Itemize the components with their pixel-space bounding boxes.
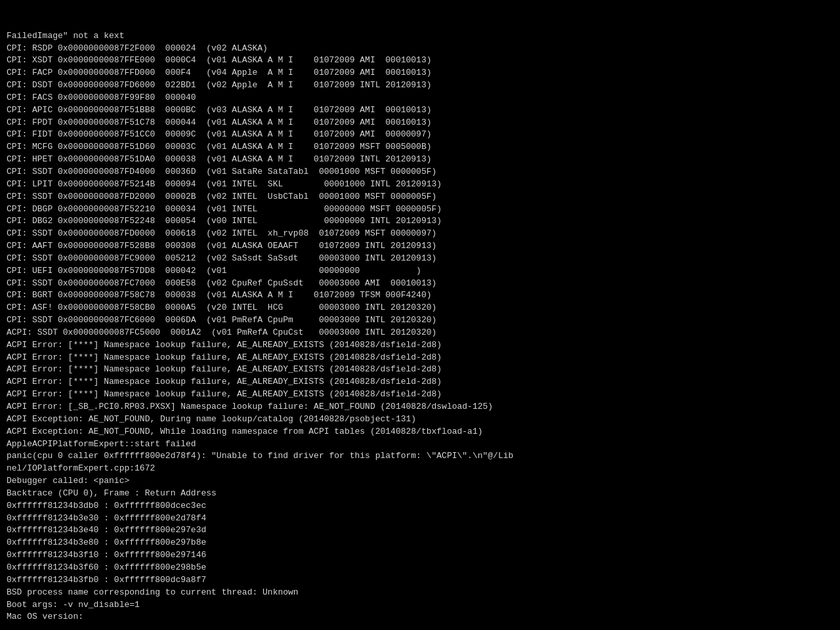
terminal-line: ACPI Error: [****] Namespace lookup fail… <box>7 339 833 352</box>
terminal-line: CPI: LPIT 0x00000000087F5214B 000094 (v0… <box>7 178 833 191</box>
terminal-line: 0xffffff81234b3fb0 : 0xffffff800dc9a8f7 <box>7 574 833 587</box>
terminal-line: BSD process name corresponding to curren… <box>7 587 833 599</box>
terminal-line: AppleACPIPlatformExpert::start failed <box>7 438 833 451</box>
terminal-line: 0xffffff81234b3e40 : 0xffffff800e297e3d <box>7 524 833 537</box>
terminal-line: CPI: HPET 0x00000000087F51DA0 000038 (v0… <box>7 154 833 166</box>
terminal-line: CPI: DBG2 0x00000000087F52248 000054 (v0… <box>7 215 833 228</box>
terminal-line: 0xffffff81234b3db0 : 0xffffff800dcec3ec <box>7 500 833 513</box>
terminal-line: ACPI Exception: AE_NOT_FOUND, While load… <box>7 426 833 438</box>
terminal-line: CPI: SSDT 0x00000000087FD4000 00036D (v0… <box>7 166 833 178</box>
terminal-line: CPI: RSDP 0x00000000087F2F000 000024 (v0… <box>7 43 833 55</box>
terminal-line: CPI: FACP 0x00000000087FFD000 000F4 (v04… <box>7 67 833 79</box>
terminal-line: Not yet set <box>7 623 833 625</box>
terminal-line: ACPI Error: [_SB_.PCI0.RP03.PXSX] Namesp… <box>7 401 833 413</box>
terminal-line: 0xffffff81234b3e80 : 0xffffff800e297b8e <box>7 537 833 549</box>
terminal-line: CPI: FPDT 0x00000000087F51C78 000044 (v0… <box>7 117 833 129</box>
terminal-line: CPI: SSDT 0x00000000087FD0000 000618 (v0… <box>7 228 833 240</box>
terminal-screen: FailedImage" not a kextCPI: RSDP 0x00000… <box>7 5 833 625</box>
terminal-line: CPI: DBGP 0x00000000087F52210 000034 (v0… <box>7 203 833 216</box>
terminal-line: CPI: BGRT 0x00000000087F58C78 000038 (v0… <box>7 289 833 302</box>
terminal-line: ACPI Error: [****] Namespace lookup fail… <box>7 352 833 364</box>
terminal-line: CPI: SSDT 0x00000000087FC9000 005212 (v0… <box>7 253 833 265</box>
terminal-line: Mac OS version: <box>7 611 833 623</box>
terminal-line: CPI: DSDT 0x00000000087FD6000 022BD1 (v0… <box>7 79 833 92</box>
terminal-line: ACPI Error: [****] Namespace lookup fail… <box>7 364 833 376</box>
terminal-line: CPI: ASF! 0x00000000087F58CB0 0000A5 (v2… <box>7 302 833 314</box>
terminal-line: Boot args: -v nv_disable=1 <box>7 599 833 612</box>
terminal-line: Debugger called: <panic> <box>7 475 833 488</box>
terminal-line: CPI: MCFG 0x00000000087F51D60 00003C (v0… <box>7 141 833 154</box>
terminal-line: 0xffffff81234b3f10 : 0xffffff800e297146 <box>7 549 833 562</box>
terminal-line: CPI: AAFT 0x00000000087F528B8 000308 (v0… <box>7 240 833 253</box>
terminal-line: 0xffffff81234b3f60 : 0xffffff800e298b5e <box>7 562 833 574</box>
terminal-line: CPI: FACS 0x00000000087F99F80 000040 <box>7 92 833 104</box>
terminal-line: panic(cpu 0 caller 0xffffff800e2d78f4): … <box>7 450 833 463</box>
terminal-line: CPI: XSDT 0x00000000087FFE000 0000C4 (v0… <box>7 54 833 67</box>
terminal-line: ACPI Exception: AE_NOT_FOUND, During nam… <box>7 413 833 426</box>
terminal-line: CPI: FIDT 0x00000000087F51CC0 00009C (v0… <box>7 129 833 141</box>
terminal-line: Backtrace (CPU 0), Frame : Return Addres… <box>7 488 833 500</box>
terminal-line: CPI: SSDT 0x00000000087FC6000 0006DA (v0… <box>7 314 833 327</box>
terminal-line: CPI: SSDT 0x00000000087FD2000 00002B (v0… <box>7 191 833 203</box>
terminal-line: FailedImage" not a kext <box>7 30 833 43</box>
terminal-line: ACPI Error: [****] Namespace lookup fail… <box>7 376 833 388</box>
terminal-line: CPI: APIC 0x00000000087F51BB8 0000BC (v0… <box>7 104 833 117</box>
terminal-line: nel/IOPlatformExpert.cpp:1672 <box>7 463 833 475</box>
terminal-line: 0xffffff81234b3e30 : 0xffffff800e2d78f4 <box>7 513 833 525</box>
terminal-line: ACPI Error: [****] Namespace lookup fail… <box>7 388 833 401</box>
terminal-line: ACPI: SSDT 0x00000000087FC5000 0001A2 (v… <box>7 327 833 339</box>
terminal-line: CPI: SSDT 0x00000000087FC7000 000E58 (v0… <box>7 278 833 290</box>
terminal-line: CPI: UEFI 0x00000000087F57DD8 000042 (v0… <box>7 265 833 278</box>
